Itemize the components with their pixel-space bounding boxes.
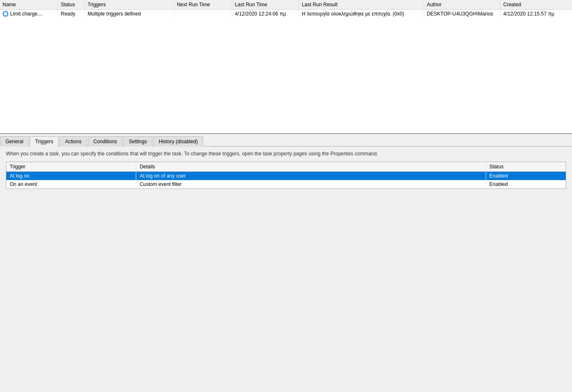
cell-last-run-time: 4/12/2020 12:24:06 πμ (232, 10, 299, 18)
trigger-row-1[interactable]: On an event Custom event filter Enabled (6, 180, 566, 188)
col-header-last-run-result[interactable]: Last Run Result (299, 0, 424, 10)
task-table: Name Status Triggers Next Run Time Last … (0, 0, 572, 18)
triggers-description: When you create a task, you can specify … (6, 151, 566, 157)
tabs-bar: General Triggers Actions Conditions Sett… (0, 134, 572, 147)
col-header-author[interactable]: Author (424, 0, 501, 10)
trigger-row-0-status: Enabled (486, 172, 566, 181)
cell-last-run-result: Η λειτουργία ολοκληρώθηκε με επιτυχία. (… (299, 10, 424, 18)
top-task-pane: Name Status Triggers Next Run Time Last … (0, 0, 572, 134)
trigger-table-wrapper: Trigger Details Status At log on At log … (6, 162, 566, 189)
tab-general[interactable]: General (0, 136, 29, 147)
col-header-triggers[interactable]: Triggers (85, 0, 174, 10)
cell-author: DESKTOP-U4U3QGH\Marios (424, 10, 501, 18)
trigger-col-header-details: Details (136, 162, 486, 172)
trigger-row-1-status: Enabled (486, 180, 566, 188)
col-header-last-run-time[interactable]: Last Run Time (232, 0, 299, 10)
tab-conditions[interactable]: Conditions (88, 136, 123, 147)
tab-triggers[interactable]: Triggers (30, 136, 59, 147)
bottom-pane: General Triggers Actions Conditions Sett… (0, 134, 572, 392)
cell-status: Ready (58, 10, 85, 18)
cell-name: Limit charge.... (0, 10, 58, 18)
col-header-name[interactable]: Name (0, 0, 58, 10)
col-header-status[interactable]: Status (58, 0, 85, 10)
table-row[interactable]: Limit charge.... Ready Multiple triggers… (0, 10, 572, 18)
trigger-row-0-trigger: At log on (6, 172, 136, 181)
trigger-col-header-trigger: Trigger (6, 162, 136, 172)
col-header-next-run-time[interactable]: Next Run Time (174, 0, 232, 10)
cell-created: 4/12/2020 12:15:57 πμ (501, 10, 572, 18)
trigger-col-header-status: Status (486, 162, 566, 172)
task-status-icon (3, 11, 8, 17)
trigger-row-1-trigger: On an event (6, 180, 136, 188)
trigger-table: Trigger Details Status At log on At log … (6, 162, 566, 188)
cell-next-run-time (174, 10, 232, 18)
trigger-row-1-details: Custom event filter (136, 180, 486, 188)
task-name-text: Limit charge.... (10, 11, 43, 17)
tab-settings[interactable]: Settings (123, 136, 152, 147)
cell-triggers: Multiple triggers defined (85, 10, 174, 18)
tab-actions[interactable]: Actions (60, 136, 87, 147)
trigger-row-0[interactable]: At log on At log on of any user Enabled (6, 172, 566, 181)
col-header-created[interactable]: Created (501, 0, 572, 10)
trigger-row-0-details: At log on of any user (136, 172, 486, 181)
tab-content-triggers: When you create a task, you can specify … (0, 147, 572, 392)
tab-history[interactable]: History (disabled) (153, 136, 203, 147)
